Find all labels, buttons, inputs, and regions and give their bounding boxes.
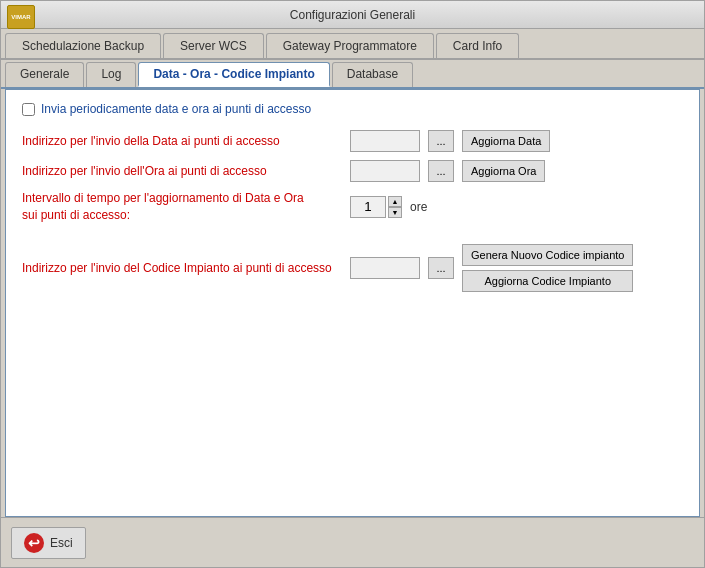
tab-database[interactable]: Database [332,62,413,87]
codice-buttons: Genera Nuovo Codice impianto Aggiorna Co… [462,244,633,292]
content-area: Invia periodicamente data e ora ai punti… [5,89,700,517]
tab-server-wcs[interactable]: Server WCS [163,33,264,58]
codice-ellipsis-button[interactable]: ... [428,257,454,279]
esci-button[interactable]: ↩ Esci [11,527,86,559]
vimar-logo: VIMAR [7,5,35,29]
main-window: VIMAR Configurazioni Generali Schedulazi… [0,0,705,568]
ora-field-input[interactable] [350,160,420,182]
data-field-row: Indirizzo per l'invio della Data ai punt… [22,130,683,152]
aggiorna-data-button[interactable]: Aggiorna Data [462,130,550,152]
periodic-send-checkbox[interactable] [22,103,35,116]
interval-spinner: ▲ ▼ [350,196,402,218]
codice-field-label: Indirizzo per l'invio del Codice Impiant… [22,261,342,275]
tab-log[interactable]: Log [86,62,136,87]
data-field-label: Indirizzo per l'invio della Data ai punt… [22,134,342,148]
title-bar: VIMAR Configurazioni Generali [1,1,704,29]
interval-label: Intervallo di tempo per l'aggiornamento … [22,190,342,224]
ora-field-row: Indirizzo per l'invio dell'Ora ai punti … [22,160,683,182]
codice-row: Indirizzo per l'invio del Codice Impiant… [22,244,683,292]
checkbox-row: Invia periodicamente data e ora ai punti… [22,102,683,116]
ore-label: ore [410,200,427,214]
genera-codice-button[interactable]: Genera Nuovo Codice impianto [462,244,633,266]
bottom-bar: ↩ Esci [1,517,704,567]
interval-row: Intervallo di tempo per l'aggiornamento … [22,190,683,224]
checkbox-label: Invia periodicamente data e ora ai punti… [41,102,311,116]
tab-card-info[interactable]: Card Info [436,33,519,58]
codice-field-input[interactable] [350,257,420,279]
back-icon: ↩ [24,533,44,553]
window-title: Configurazioni Generali [290,8,415,22]
spinner-arrows: ▲ ▼ [388,196,402,218]
sub-tabs: Generale Log Data - Ora - Codice Impiant… [1,60,704,89]
spinner-up-button[interactable]: ▲ [388,196,402,207]
codice-section: Indirizzo per l'invio del Codice Impiant… [22,244,683,292]
ora-ellipsis-button[interactable]: ... [428,160,454,182]
interval-input[interactable] [350,196,386,218]
data-ellipsis-button[interactable]: ... [428,130,454,152]
aggiorna-ora-button[interactable]: Aggiorna Ora [462,160,545,182]
data-field-input[interactable] [350,130,420,152]
main-tabs: Schedulazione Backup Server WCS Gateway … [1,29,704,60]
tab-generale[interactable]: Generale [5,62,84,87]
tab-gateway[interactable]: Gateway Programmatore [266,33,434,58]
spinner-down-button[interactable]: ▼ [388,207,402,218]
esci-label: Esci [50,536,73,550]
ora-field-label: Indirizzo per l'invio dell'Ora ai punti … [22,164,342,178]
tab-schedulazione[interactable]: Schedulazione Backup [5,33,161,58]
aggiorna-codice-button[interactable]: Aggiorna Codice Impianto [462,270,633,292]
tab-data-ora[interactable]: Data - Ora - Codice Impianto [138,62,329,87]
